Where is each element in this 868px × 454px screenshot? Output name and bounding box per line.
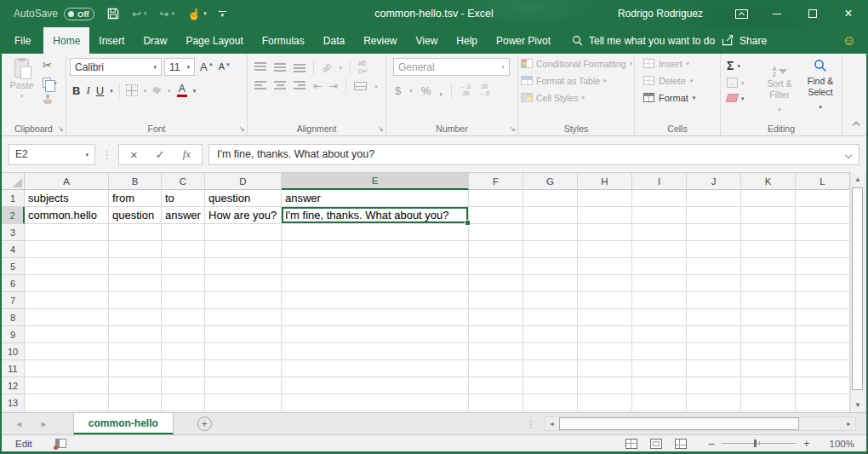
row-header-6[interactable]: 6 (2, 275, 25, 292)
column-header-G[interactable]: G (523, 173, 578, 190)
tab-power-pivot[interactable]: Power Pivot (487, 27, 560, 54)
cell-L13[interactable] (796, 394, 850, 411)
cell-C2[interactable]: answer (162, 207, 205, 224)
cell-F11[interactable] (469, 360, 523, 377)
row-header-5[interactable]: 5 (2, 258, 25, 275)
row-header-3[interactable]: 3 (2, 224, 25, 241)
tab-page-layout[interactable]: Page Layout (176, 27, 252, 54)
zoom-slider-thumb[interactable] (754, 440, 757, 447)
alignment-dialog-launcher[interactable]: ↘ (377, 125, 384, 133)
column-header-C[interactable]: C (162, 173, 205, 190)
insert-function-button[interactable]: fx (183, 147, 191, 161)
horizontal-scroll-thumb[interactable] (559, 417, 799, 430)
previous-sheet-icon[interactable]: ◄ (15, 420, 23, 428)
cell-A10[interactable] (25, 343, 109, 360)
cell-K1[interactable] (741, 190, 796, 207)
scroll-down-icon[interactable]: ▼ (851, 398, 865, 412)
cell-C7[interactable] (162, 292, 205, 309)
cell-D12[interactable] (205, 377, 282, 394)
cell-E3[interactable] (282, 224, 469, 241)
cell-B13[interactable] (109, 394, 162, 411)
cell-I11[interactable] (632, 360, 687, 377)
expand-formula-bar-icon[interactable] (845, 151, 852, 158)
cell-L5[interactable] (796, 258, 850, 275)
cell-C12[interactable] (162, 377, 205, 394)
font-name-combo[interactable]: Calibri▾ (70, 58, 162, 76)
select-all-button[interactable] (2, 173, 25, 190)
cell-B2[interactable]: question (109, 207, 162, 224)
cell-F1[interactable] (469, 190, 523, 207)
cell-L12[interactable] (796, 377, 850, 394)
cell-B6[interactable] (109, 275, 162, 292)
cell-K10[interactable] (741, 343, 796, 360)
formula-input[interactable]: I'm fine, thanks. What about you? (208, 144, 859, 165)
cell-H12[interactable] (578, 377, 632, 394)
cell-A8[interactable] (25, 309, 109, 326)
cell-D10[interactable] (205, 343, 282, 360)
cell-J10[interactable] (687, 343, 741, 360)
cell-G7[interactable] (523, 292, 578, 309)
cell-L9[interactable] (796, 326, 850, 343)
cell-J7[interactable] (687, 292, 741, 309)
cell-I13[interactable] (632, 394, 687, 411)
cell-C11[interactable] (162, 360, 205, 377)
cell-I3[interactable] (632, 224, 687, 241)
cell-E8[interactable] (282, 309, 469, 326)
cell-L6[interactable] (796, 275, 850, 292)
cell-F8[interactable] (469, 309, 523, 326)
tab-data[interactable]: Data (314, 27, 354, 54)
zoom-in-button[interactable]: + (803, 438, 810, 449)
tab-home[interactable]: Home (43, 27, 89, 54)
format-cells-button[interactable]: Format ▾ (635, 90, 720, 105)
cell-H1[interactable] (578, 190, 632, 207)
cell-A12[interactable] (25, 377, 109, 394)
number-dialog-launcher[interactable]: ↘ (509, 125, 516, 133)
page-break-view-button[interactable] (675, 439, 687, 449)
collapse-ribbon-button[interactable] (854, 116, 859, 131)
cell-F4[interactable] (469, 241, 523, 258)
feedback-button[interactable]: ☺ (842, 27, 856, 54)
cell-I10[interactable] (632, 343, 687, 360)
cell-E11[interactable] (282, 360, 469, 377)
cell-D11[interactable] (205, 360, 282, 377)
save-button[interactable] (107, 8, 119, 20)
name-box[interactable]: E2 ▾ (9, 144, 95, 165)
cell-K3[interactable] (741, 224, 796, 241)
cell-K12[interactable] (741, 377, 796, 394)
bold-button[interactable]: B (72, 84, 80, 97)
cell-D2[interactable]: How are you? (205, 207, 282, 224)
cell-H13[interactable] (578, 394, 632, 411)
cell-F2[interactable] (469, 207, 523, 224)
cell-D4[interactable] (205, 241, 282, 258)
column-header-J[interactable]: J (687, 173, 741, 190)
italic-button[interactable]: I (86, 83, 89, 97)
tab-insert[interactable]: Insert (89, 27, 134, 54)
macro-recording-button[interactable] (55, 439, 66, 448)
cell-G12[interactable] (523, 377, 578, 394)
cell-B4[interactable] (109, 241, 162, 258)
cell-F7[interactable] (469, 292, 523, 309)
horizontal-scrollbar[interactable]: ◄ ► (545, 417, 856, 431)
cell-E12[interactable] (282, 377, 469, 394)
cell-C5[interactable] (162, 258, 205, 275)
cell-L3[interactable] (796, 224, 850, 241)
cell-A3[interactable] (25, 224, 109, 241)
cell-F9[interactable] (469, 326, 523, 343)
enter-button[interactable]: ✓ (156, 149, 165, 160)
cell-C9[interactable] (162, 326, 205, 343)
zoom-slider[interactable] (722, 443, 797, 444)
cell-D3[interactable] (205, 224, 282, 241)
cell-E7[interactable] (282, 292, 469, 309)
cell-L7[interactable] (796, 292, 850, 309)
cell-I4[interactable] (632, 241, 687, 258)
cell-E9[interactable] (282, 326, 469, 343)
cell-G3[interactable] (523, 224, 578, 241)
cell-I1[interactable] (632, 190, 687, 207)
cut-button[interactable]: ✂ (43, 60, 52, 71)
font-color-dropdown-icon[interactable]: ▾ (193, 88, 197, 94)
cell-D7[interactable] (205, 292, 282, 309)
scroll-up-icon[interactable]: ▲ (851, 172, 865, 187)
cell-A2[interactable]: common.hello (25, 207, 109, 224)
cell-B12[interactable] (109, 377, 162, 394)
cell-C13[interactable] (162, 394, 205, 411)
